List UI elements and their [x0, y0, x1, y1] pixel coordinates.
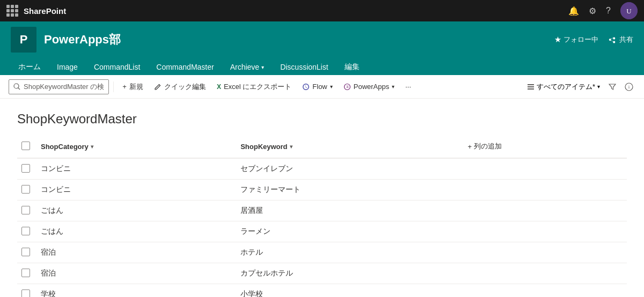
new-button[interactable]: + 新規 [118, 78, 148, 95]
empty-add-col-cell [457, 263, 627, 284]
select-all-checkbox-header[interactable] [17, 135, 34, 158]
add-column-label: 列の追加 [474, 142, 502, 151]
row-checkbox-cell[interactable] [17, 201, 34, 221]
nav-home[interactable]: ホーム [11, 59, 48, 75]
table-header-row: ShopCategory ▾ ShopKeyword ▾ + 列の追加 [17, 135, 627, 158]
page-title: ShopKeywordMaster [17, 112, 627, 127]
header-checkbox[interactable] [21, 142, 30, 150]
shop-keyword-sort-icon[interactable]: ▾ [290, 144, 292, 150]
nav-commandmaster[interactable]: CommandMaster [149, 60, 221, 75]
nav-edit[interactable]: 編集 [337, 59, 367, 75]
search-box[interactable]: ShopKeywordMaster の検 [9, 79, 109, 94]
shop-category-cell: コンビニ [34, 180, 234, 201]
shop-category-label: ShopCategory [41, 143, 89, 151]
nav-discussionlist[interactable]: DiscussionList [273, 60, 335, 75]
row-checkbox[interactable] [21, 248, 30, 256]
shop-keyword-cell: セブンイレブン [234, 158, 457, 180]
shop-keyword-cell: ラーメン [234, 221, 457, 242]
settings-icon[interactable]: ⚙ [589, 6, 596, 16]
svg-rect-8 [528, 88, 534, 90]
table-row[interactable]: 宿泊 ホテル [17, 242, 627, 263]
flow-label: Flow [312, 83, 327, 91]
nav-archieve[interactable]: Archieve ▾ [223, 60, 272, 75]
site-header-top: P PowerApps部 ★ フォロー中 共有 [11, 27, 633, 57]
view-label: すべてのアイテム* [537, 82, 595, 92]
site-logo-area: P PowerApps部 [11, 27, 121, 53]
add-column-header[interactable]: + 列の追加 [457, 135, 627, 158]
table-row[interactable]: ごはん 居酒屋 [17, 201, 627, 221]
svg-text:⧖: ⧖ [346, 85, 348, 89]
row-checkbox[interactable] [21, 227, 30, 235]
top-nav-bar: SharePoint 🔔 ⚙ ? U [0, 0, 644, 21]
share-button[interactable]: 共有 [608, 35, 633, 44]
flow-dropdown-icon: ▾ [330, 84, 333, 90]
top-nav-right: 🔔 ⚙ ? U [568, 2, 638, 19]
column-shop-keyword: ShopKeyword ▾ [234, 135, 457, 158]
row-checkbox-cell[interactable] [17, 180, 34, 201]
command-right: すべてのアイテム* ▾ i [525, 82, 635, 92]
list-table: ShopCategory ▾ ShopKeyword ▾ + 列の追加 [17, 135, 627, 297]
lines-icon [527, 83, 535, 91]
row-checkbox-cell[interactable] [17, 242, 34, 263]
svg-text:U: U [626, 7, 632, 15]
shop-keyword-cell: カプセルホテル [234, 263, 457, 284]
row-checkbox-cell[interactable] [17, 158, 34, 180]
table-row[interactable]: 学校 小学校 [17, 284, 627, 298]
row-checkbox-cell[interactable] [17, 221, 34, 242]
row-checkbox[interactable] [21, 185, 30, 194]
notification-bell-icon[interactable]: 🔔 [568, 6, 579, 16]
shop-keyword-cell: ホテル [234, 242, 457, 263]
add-column-plus: + [468, 143, 472, 151]
excel-icon: X [217, 83, 221, 91]
search-placeholder: ShopKeywordMaster の検 [24, 82, 104, 92]
empty-add-col-cell [457, 180, 627, 201]
site-nav: ホーム Image CommandList CommandMaster Arch… [11, 59, 633, 75]
edit-icon [154, 83, 162, 91]
table-row[interactable]: 宿泊 カプセルホテル [17, 263, 627, 284]
svg-line-3 [18, 88, 20, 90]
more-button[interactable]: ··· [401, 78, 415, 95]
export-excel-button[interactable]: X Excel にエクスポート [213, 78, 296, 95]
powerapps-label: PowerApps [354, 83, 389, 91]
site-header-actions: ★ フォロー中 共有 [554, 35, 633, 44]
table-row[interactable]: コンビニ ファミリーマート [17, 180, 627, 201]
follow-button[interactable]: ★ フォロー中 [554, 35, 598, 44]
view-dropdown-icon: ▾ [597, 84, 600, 90]
view-selector[interactable]: すべてのアイテム* ▾ [525, 82, 602, 92]
row-checkbox-cell[interactable] [17, 284, 34, 298]
app-launcher-icon[interactable] [6, 5, 18, 17]
help-icon[interactable]: ? [606, 6, 611, 16]
filter-button[interactable] [606, 83, 618, 91]
flow-button[interactable]: Flow ▾ [298, 78, 336, 95]
flow-icon [302, 83, 310, 91]
row-checkbox[interactable] [21, 289, 30, 298]
row-checkbox[interactable] [21, 269, 30, 277]
powerapps-icon: ⧖ [343, 83, 351, 91]
row-checkbox[interactable] [21, 164, 30, 173]
new-icon: + [122, 83, 127, 91]
row-checkbox-cell[interactable] [17, 263, 34, 284]
row-checkbox[interactable] [21, 206, 30, 214]
shop-keyword-cell: ファミリーマート [234, 180, 457, 201]
info-button[interactable]: i [623, 83, 635, 91]
new-label: 新規 [129, 82, 143, 92]
shop-category-cell: コンビニ [34, 158, 234, 180]
powerapps-button[interactable]: ⧖ PowerApps ▾ [339, 78, 399, 95]
shop-keyword-cell: 小学校 [234, 284, 457, 298]
powerapps-dropdown-icon: ▾ [392, 84, 394, 90]
site-logo: P [11, 27, 36, 53]
svg-text:i: i [628, 84, 630, 89]
shop-category-sort-icon[interactable]: ▾ [91, 144, 93, 150]
table-row[interactable]: コンビニ セブンイレブン [17, 158, 627, 180]
info-icon: i [625, 83, 633, 91]
quick-edit-button[interactable]: クイック編集 [150, 78, 210, 95]
shop-keyword-label: ShopKeyword [240, 143, 287, 151]
svg-point-2 [14, 84, 19, 88]
nav-commandlist[interactable]: CommandList [86, 60, 148, 75]
empty-add-col-cell [457, 242, 627, 263]
nav-image[interactable]: Image [49, 60, 85, 75]
shop-keyword-cell: 居酒屋 [234, 201, 457, 221]
avatar[interactable]: U [620, 2, 638, 19]
table-row[interactable]: ごはん ラーメン [17, 221, 627, 242]
add-column-button[interactable]: + 列の追加 [464, 139, 507, 153]
